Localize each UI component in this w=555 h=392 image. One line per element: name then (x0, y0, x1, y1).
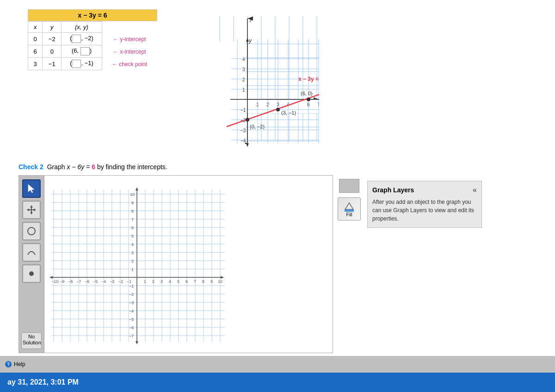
svg-text:−1: −1 (240, 108, 246, 113)
svg-text:7: 7 (194, 279, 196, 284)
select-tool-btn[interactable] (22, 179, 41, 198)
equation-table: x − 3y = 6 x y (x, y) 0 −2 (, −2) ← y-in… (28, 9, 157, 70)
svg-point-87 (29, 271, 34, 276)
no-solution-label: NoSolution (23, 334, 41, 345)
svg-text:10: 10 (218, 279, 222, 284)
svg-text:5: 5 (131, 234, 134, 239)
svg-text:9: 9 (210, 279, 213, 284)
svg-text:1: 1 (242, 87, 245, 92)
svg-rect-37 (204, 42, 245, 148)
svg-text:−1: −1 (127, 279, 131, 284)
svg-text:4: 4 (242, 57, 245, 62)
svg-rect-170 (345, 209, 354, 212)
label-y-intercept: ← y-intercept (102, 33, 157, 45)
svg-point-75 (246, 118, 249, 122)
svg-text:3: 3 (242, 67, 245, 72)
svg-marker-132 (49, 276, 53, 279)
svg-text:2: 2 (152, 279, 154, 284)
svg-marker-129 (136, 341, 138, 344)
cell-xy6: (6, ) (62, 45, 102, 58)
graph-layers-title: Graph Layers « (372, 186, 477, 194)
svg-text:−7: −7 (76, 279, 81, 284)
svg-text:−10: −10 (51, 279, 58, 284)
top-graph: y x −1 1 2 3 4 −1 1 2 3 4 6 (176, 14, 319, 149)
cell-x3: 3 (28, 58, 43, 70)
cell-y0: −2 (43, 33, 62, 45)
top-section: x − 3y = 6 x y (x, y) 0 −2 (, −2) ← y-in… (0, 0, 555, 159)
svg-text:x − 3y = 6: x − 3y = 6 (298, 76, 319, 82)
input-y6[interactable] (80, 47, 90, 55)
svg-text:10: 10 (130, 192, 135, 197)
svg-text:−9: −9 (60, 279, 64, 284)
svg-text:−3: −3 (110, 279, 114, 284)
graph-layers-close-btn[interactable]: « (473, 186, 477, 194)
top-graph-svg: y x −1 1 2 3 4 −1 1 2 3 4 6 (176, 14, 319, 148)
table-row: 0 −2 (, −2) ← y-intercept (28, 33, 157, 45)
interactive-area: NoSolution (18, 175, 333, 353)
svg-text:−5: −5 (129, 317, 134, 322)
svg-text:−3: −3 (129, 300, 134, 305)
svg-text:−7: −7 (129, 334, 134, 338)
graph-layers-description: After you add an object to the graph you… (372, 198, 477, 223)
table-row: 3 −1 (, −1) ← check point (28, 58, 157, 70)
svg-text:8: 8 (131, 209, 134, 214)
svg-text:1: 1 (144, 279, 146, 284)
svg-marker-83 (30, 212, 33, 214)
svg-point-73 (276, 108, 280, 111)
circle-tool-btn[interactable] (22, 222, 41, 240)
col-xy: (x, y) (62, 22, 102, 33)
no-solution-btn[interactable]: NoSolution (21, 332, 42, 349)
check2-label: Check 2 (18, 163, 43, 171)
svg-text:−2: −2 (118, 279, 123, 284)
svg-text:9: 9 (131, 201, 134, 205)
svg-text:(0, −2): (0, −2) (250, 124, 265, 129)
point-tool-btn[interactable] (22, 264, 41, 283)
svg-text:−8: −8 (68, 279, 73, 284)
fill-label: Fill (346, 212, 352, 217)
cell-y6: 0 (43, 45, 62, 58)
svg-text:6: 6 (131, 226, 134, 230)
check2-section: Check 2 Graph x − 6y = 6 by finding the … (0, 159, 555, 353)
check2-eq-value: 6 (92, 163, 95, 171)
fill-button[interactable]: Fill (338, 197, 361, 220)
svg-point-86 (28, 227, 35, 235)
svg-text:8: 8 (202, 279, 204, 284)
input-x0[interactable] (72, 35, 81, 43)
svg-marker-128 (136, 187, 138, 190)
svg-marker-82 (30, 205, 33, 208)
graph-layers-panel: Graph Layers « After you add an object t… (367, 181, 482, 228)
svg-marker-131 (221, 276, 224, 279)
table-title: x − 3y = 6 (28, 9, 157, 21)
interactive-row: NoSolution (18, 175, 536, 353)
col-y: y (43, 22, 62, 33)
check2-text: Graph x − 6y = 6 by finding the intercep… (47, 163, 167, 171)
svg-text:2: 2 (131, 259, 134, 263)
graph-svg: −10 −9 −8 −7 −6 −5 −4 −3 −2 −1 1 2 3 4 5… (44, 176, 257, 351)
svg-text:−6: −6 (85, 279, 89, 284)
col-x: x (28, 22, 43, 33)
svg-text:−5: −5 (93, 279, 98, 284)
svg-marker-84 (27, 208, 29, 211)
label-x-intercept: ← x-intercept (102, 45, 157, 58)
svg-text:(3, −1): (3, −1) (281, 110, 296, 116)
svg-text:y: y (248, 37, 252, 44)
svg-text:−4: −4 (101, 279, 106, 284)
cell-x0: 0 (28, 33, 43, 45)
svg-text:5: 5 (177, 279, 179, 284)
input-x3[interactable] (72, 60, 81, 68)
svg-text:−3: −3 (240, 128, 246, 133)
toolbar: NoSolution (19, 176, 44, 353)
cell-xy0: (, −2) (62, 33, 102, 45)
svg-text:(6, 0): (6, 0) (301, 91, 313, 96)
svg-text:7: 7 (131, 217, 134, 222)
svg-point-71 (307, 98, 310, 101)
graph-canvas[interactable]: −10 −9 −8 −7 −6 −5 −4 −3 −2 −1 1 2 3 4 5… (44, 176, 333, 353)
svg-marker-85 (34, 208, 36, 211)
curve-tool-btn[interactable] (22, 243, 41, 262)
move-tool-btn[interactable] (22, 201, 41, 219)
svg-text:3: 3 (131, 251, 134, 255)
svg-text:−6: −6 (129, 325, 134, 330)
right-panel: Fill Graph Layers « After you add an obj… (338, 175, 486, 353)
graph-layers-label: Graph Layers (372, 186, 414, 194)
svg-text:1: 1 (131, 267, 134, 272)
